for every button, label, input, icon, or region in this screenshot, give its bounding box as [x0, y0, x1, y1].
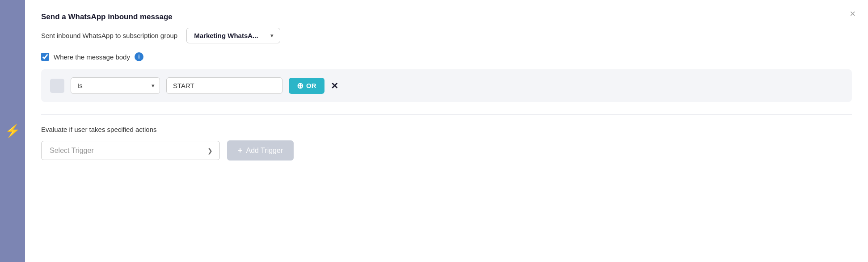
filter-row: Is Is not Contains Does not contain ▾ ⊕ …: [50, 77, 843, 94]
subscription-dropdown-text: Marketing WhatsA...: [194, 32, 258, 39]
delete-filter-button[interactable]: ✕: [331, 81, 338, 90]
add-trigger-plus-icon: +: [238, 146, 243, 155]
select-trigger[interactable]: Select Trigger: [41, 141, 220, 160]
filter-value-input[interactable]: [166, 77, 282, 94]
subscription-dropdown[interactable]: Marketing WhatsA... ▾: [186, 28, 280, 43]
evaluate-title: Evaluate if user takes specified actions: [41, 126, 852, 133]
main-content: × Send a WhatsApp inbound message Sent i…: [25, 0, 868, 262]
drag-handle[interactable]: [50, 79, 64, 93]
evaluate-section: Evaluate if user takes specified actions…: [41, 126, 852, 161]
trigger-row: Select Trigger ❯ + Add Trigger: [41, 140, 852, 161]
or-button-label: OR: [306, 82, 316, 89]
select-trigger-wrapper: Select Trigger ❯: [41, 141, 220, 160]
subscription-dropdown-arrow: ▾: [270, 32, 274, 39]
subscription-row: Sent inbound WhatsApp to subscription gr…: [41, 28, 852, 43]
add-trigger-button[interactable]: + Add Trigger: [227, 140, 294, 161]
checkbox-row: Where the message body i: [41, 52, 852, 61]
or-button[interactable]: ⊕ OR: [289, 78, 324, 94]
add-trigger-label: Add Trigger: [246, 147, 283, 155]
section-title: Send a WhatsApp inbound message: [41, 13, 852, 21]
section-divider: [41, 114, 852, 115]
message-body-label: Where the message body: [54, 53, 130, 61]
message-body-checkbox[interactable]: [41, 53, 49, 61]
info-icon[interactable]: i: [135, 52, 143, 61]
close-button[interactable]: ×: [850, 9, 855, 19]
or-plus-icon: ⊕: [297, 82, 303, 90]
page-container: ⚡ × Send a WhatsApp inbound message Sent…: [0, 0, 868, 262]
subscription-label: Sent inbound WhatsApp to subscription gr…: [41, 32, 177, 39]
lightning-icon: ⚡: [5, 125, 21, 137]
condition-select-wrapper: Is Is not Contains Does not contain ▾: [71, 77, 160, 94]
sidebar: ⚡: [0, 0, 25, 262]
filter-container: Is Is not Contains Does not contain ▾ ⊕ …: [41, 69, 852, 102]
condition-select[interactable]: Is Is not Contains Does not contain: [71, 77, 160, 94]
